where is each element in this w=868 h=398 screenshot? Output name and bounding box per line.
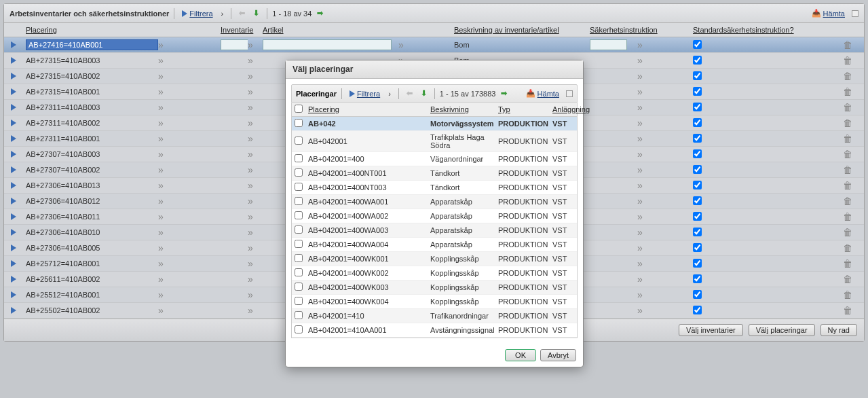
delete-icon[interactable]: 🗑 [839, 102, 856, 113]
dlg-refresh-icon[interactable]: ⬇ [418, 88, 430, 99]
delete-icon[interactable]: 🗑 [839, 242, 856, 253]
std-safety-checkbox[interactable] [693, 118, 702, 127]
expand-icon[interactable] [11, 245, 16, 251]
delete-icon[interactable]: 🗑 [839, 258, 856, 269]
lookup-icon[interactable]: » [158, 164, 173, 175]
dlg-table-row[interactable]: AB+042001=400NT003TändkortPRODUKTIONVST [292, 181, 577, 195]
lookup-icon[interactable]: » [637, 211, 652, 222]
std-safety-checkbox[interactable] [693, 56, 702, 65]
lookup-icon[interactable]: » [637, 102, 652, 113]
dlg-row-checkbox[interactable] [295, 119, 303, 127]
lookup-icon[interactable]: » [158, 149, 173, 160]
dlg-table-row[interactable]: AB+042MotorvägssystemPRODUKTIONVST [292, 117, 577, 131]
lookup-icon[interactable]: » [248, 211, 263, 222]
expand-icon[interactable] [11, 213, 16, 220]
lookup-icon[interactable]: » [158, 211, 173, 222]
filter-button[interactable]: Filtrera [179, 8, 215, 19]
std-safety-checkbox[interactable] [693, 243, 702, 252]
inventarie-input[interactable] [221, 39, 248, 50]
lookup-icon[interactable]: » [637, 55, 652, 66]
lookup-icon[interactable]: » [637, 258, 652, 269]
lookup-icon[interactable]: » [248, 117, 263, 128]
lookup-icon[interactable]: » [158, 289, 173, 300]
dlg-row-checkbox[interactable] [295, 268, 303, 276]
col-std-safety[interactable]: Standardsäkerhetsinstruktion? [693, 26, 785, 34]
dlg-nav-icon[interactable]: › [385, 88, 394, 99]
lookup-icon[interactable]: » [637, 274, 652, 285]
delete-icon[interactable]: 🗑 [839, 55, 856, 66]
lookup-icon[interactable]: » [637, 117, 652, 128]
col-beskrivning[interactable]: Beskrivning av inventarie/artikel [454, 26, 590, 34]
dlg-download-button[interactable]: 📥 Hämta [523, 88, 562, 99]
delete-icon[interactable]: 🗑 [839, 39, 856, 50]
dlg-col-anlaggning[interactable]: Anläggning [552, 105, 581, 113]
lookup-icon[interactable]: » [398, 39, 413, 50]
dlg-table-row[interactable]: AB+042001=400WK004KopplingsskåpPRODUKTIO… [292, 295, 577, 309]
expand-icon[interactable] [11, 104, 16, 111]
placering-input[interactable] [26, 39, 158, 50]
delete-icon[interactable]: 🗑 [839, 149, 856, 160]
dlg-row-checkbox[interactable] [295, 325, 303, 333]
lookup-icon[interactable]: » [637, 227, 652, 238]
dlg-table-row[interactable]: AB+042001Trafikplats Haga SödraPRODUKTIO… [292, 131, 577, 152]
refresh-icon[interactable]: ⬇ [250, 7, 262, 19]
lookup-icon[interactable]: » [637, 164, 652, 175]
lookup-icon[interactable]: » [158, 102, 173, 113]
valj-placeringar-button[interactable]: Välj placeringar [749, 324, 815, 336]
expand-icon[interactable] [11, 291, 16, 298]
lookup-icon[interactable]: » [248, 86, 263, 97]
dlg-col-placering[interactable]: Placering [308, 105, 430, 113]
lookup-icon[interactable]: » [248, 289, 263, 300]
download-button[interactable]: 📥 Hämta [809, 7, 848, 19]
nav-prev-icon[interactable]: › [219, 8, 227, 19]
dlg-table-row[interactable]: AB+042001=400WA001ApparatskåpPRODUKTIONV… [292, 195, 577, 209]
table-row[interactable]: »»»Bom»🗑 [4, 37, 864, 53]
std-safety-checkbox[interactable] [693, 306, 702, 314]
dlg-col-typ[interactable]: Typ [498, 105, 552, 113]
lookup-icon[interactable]: » [637, 196, 652, 206]
delete-icon[interactable]: 🗑 [839, 274, 856, 285]
expand-icon[interactable] [11, 229, 16, 236]
dlg-table-row[interactable]: AB+042001=400WK001KopplingsskåpPRODUKTIO… [292, 252, 577, 266]
delete-icon[interactable]: 🗑 [839, 196, 856, 206]
lookup-icon[interactable]: » [158, 274, 173, 285]
dlg-table-row[interactable]: AB+042001=400WA002ApparatskåpPRODUKTIONV… [292, 209, 577, 223]
delete-icon[interactable]: 🗑 [839, 289, 856, 300]
lookup-icon[interactable]: » [637, 71, 652, 82]
cancel-button[interactable]: Avbryt [540, 349, 576, 361]
lookup-icon[interactable]: » [158, 117, 173, 128]
expand-icon[interactable] [11, 260, 16, 267]
dlg-table-row[interactable]: AB+042001=410TrafikanordningarPRODUKTION… [292, 309, 577, 323]
lookup-icon[interactable]: » [248, 102, 263, 113]
lookup-icon[interactable]: » [158, 86, 173, 97]
std-safety-checkbox[interactable] [693, 134, 702, 143]
lookup-icon[interactable]: » [158, 227, 173, 238]
dlg-table-row[interactable]: AB+042001=400WK002KopplingsskåpPRODUKTIO… [292, 266, 577, 281]
lookup-icon[interactable]: » [248, 258, 263, 269]
lookup-icon[interactable]: » [158, 39, 173, 50]
expand-icon[interactable] [11, 276, 16, 283]
dlg-row-checkbox[interactable] [295, 154, 303, 162]
col-artikel[interactable]: Artikel [263, 26, 398, 34]
std-safety-checkbox[interactable] [693, 228, 702, 236]
dlg-table-row[interactable]: AB+042001=400NT001TändkortPRODUKTIONVST [292, 166, 577, 181]
dlg-row-checkbox[interactable] [295, 183, 303, 191]
dlg-row-checkbox[interactable] [295, 240, 303, 248]
std-safety-checkbox[interactable] [693, 290, 702, 299]
delete-icon[interactable]: 🗑 [839, 180, 856, 191]
delete-icon[interactable]: 🗑 [839, 305, 856, 316]
std-safety-checkbox[interactable] [693, 103, 702, 111]
lookup-icon[interactable]: » [637, 305, 652, 316]
std-safety-checkbox[interactable] [693, 149, 702, 158]
ny-rad-button[interactable]: Ny rad [820, 324, 857, 336]
dlg-row-checkbox[interactable] [295, 197, 303, 205]
std-safety-checkbox[interactable] [693, 40, 702, 49]
expand-icon[interactable] [11, 307, 16, 314]
page-next-icon[interactable]: ➡ [314, 7, 326, 19]
expand-icon[interactable] [11, 120, 16, 126]
std-safety-checkbox[interactable] [693, 71, 702, 80]
lookup-icon[interactable]: » [637, 289, 652, 300]
lookup-icon[interactable]: » [248, 71, 263, 82]
dlg-table-row[interactable]: AB+042001=400WA003ApparatskåpPRODUKTIONV… [292, 223, 577, 238]
dlg-table-row[interactable]: AB+042001=400WA004ApparatskåpPRODUKTIONV… [292, 238, 577, 252]
